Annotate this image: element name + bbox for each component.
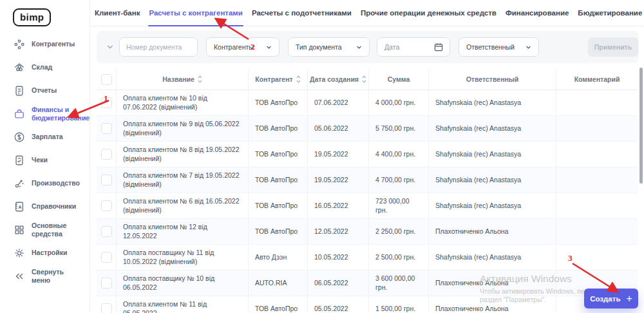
table-row[interactable]: Оплата клиентом № 8 від 19.05.2022 (відм… <box>97 142 638 167</box>
row-checkbox[interactable] <box>101 226 112 237</box>
table-row[interactable]: Оплата клиентом № 9 від 05.06.2022 (відм… <box>97 116 638 142</box>
column-header-contractor[interactable]: Контрагент <box>248 69 307 90</box>
sort-icon[interactable] <box>362 75 366 83</box>
row-checkbox[interactable] <box>101 278 112 289</box>
sidebar-item-label: Настройки <box>32 249 83 257</box>
table-row[interactable]: Оплата клиентом № 12 від 12.05.2022ТОВ А… <box>97 219 638 245</box>
document-number-input[interactable] <box>119 37 198 57</box>
cell-name: Оплата клиентом № 9 від 05.06.2022 (відм… <box>116 116 248 141</box>
cell-responsible: Shafynskaia (rec) Anastasya <box>428 116 556 141</box>
contractors-dropdown[interactable]: Контрагенты <box>206 37 279 57</box>
cell-amount: 2 500,00 грн. <box>368 245 428 270</box>
sidebar-item-salary[interactable]: Зарплата <box>13 129 90 145</box>
cell-text: 05.06.2022 <box>314 124 348 133</box>
sidebar-item-settings[interactable]: Настройки <box>13 245 90 261</box>
cell-creation-date: 19.05.2022 <box>307 167 368 193</box>
column-header-name[interactable]: Название <box>116 69 248 90</box>
column-header-label: Контрагент <box>255 75 292 83</box>
sidebar-item-label: Чеки <box>32 156 83 164</box>
cell-amount: 723 000,00 грн. <box>368 193 428 218</box>
document-type-dropdown[interactable]: Тип документа <box>288 37 370 57</box>
sidebar-item-directories[interactable]: AСправочники <box>13 198 90 214</box>
cell-creation-date: 07.06.2022 <box>307 90 368 115</box>
cell-text: Плахотниченко Альона <box>435 305 508 313</box>
report-icon <box>13 84 26 97</box>
row-checkbox[interactable] <box>101 97 112 108</box>
apply-filters-button[interactable]: Применить <box>588 37 638 57</box>
sidebar-item-checks[interactable]: Чеки <box>13 152 90 168</box>
sidebar-item-finance-budgeting[interactable]: Финансы и бюджетирование <box>13 106 90 122</box>
row-checkbox[interactable] <box>101 123 112 134</box>
production-icon <box>13 177 26 190</box>
receipt-icon <box>13 154 26 167</box>
table-row[interactable]: Оплата поставщику № 11 від 10.05.2022 (в… <box>97 245 638 270</box>
cell-text: 2 500,00 грн. <box>375 253 415 262</box>
column-header-amount: Сумма <box>368 69 428 90</box>
tab-accountable-settlements[interactable]: Расчеты с подотчетниками <box>247 0 356 26</box>
chevron-down-icon <box>355 43 363 52</box>
cell-name: Оплата клиентом № 8 від 19.05.2022 (відм… <box>116 142 248 167</box>
row-checkbox-cell <box>97 270 116 296</box>
responsible-dropdown[interactable]: Ответственный <box>459 37 539 57</box>
vertical-scrollbar[interactable] <box>639 68 643 184</box>
chevron-down-icon <box>265 43 273 52</box>
sidebar-item-label: Зарплата <box>32 133 83 141</box>
table-row[interactable]: Оплата клиентом № 6 від 16.05.2022 (відм… <box>97 193 638 219</box>
tab-budgeting[interactable]: Бюджетирование <box>573 0 644 26</box>
date-picker-field[interactable]: Дата <box>377 37 450 57</box>
column-header-creation-date[interactable]: Дата создания <box>307 69 368 90</box>
cell-name: Оплата поставщику № 11 від 10.05.2022 (в… <box>116 245 248 270</box>
responsible-dropdown-label: Ответственный <box>466 43 515 51</box>
sort-icon[interactable] <box>198 75 202 83</box>
row-checkbox[interactable] <box>101 252 112 263</box>
tab-contractor-settlements[interactable]: Расчеты с контрагентами <box>144 0 247 26</box>
row-checkbox-cell <box>97 296 116 313</box>
sidebar-item-collapse-menu[interactable]: Свернуть меню <box>13 268 90 284</box>
row-checkbox[interactable] <box>101 200 112 211</box>
cell-text: 4 000,00 грн. <box>375 99 415 108</box>
cell-responsible: Shafynskaia (rec) Anastasya <box>428 90 556 115</box>
cell-creation-date: 05.06.2022 <box>307 116 368 141</box>
cell-comment <box>556 219 638 244</box>
row-checkbox[interactable] <box>101 175 112 185</box>
cell-text: Shafynskaia (rec) Anastasya <box>435 150 521 159</box>
cell-name: Оплата клиентом № 10 від 07.06.2022 (від… <box>116 90 248 115</box>
row-checkbox-cell <box>97 167 116 193</box>
sort-icon[interactable] <box>296 75 301 83</box>
table-header-row: НазваниеКонтрагентДата созданияСуммаОтве… <box>97 69 638 90</box>
cell-responsible: Shafynskaia (rec) Anastasya <box>428 142 556 167</box>
cell-comment <box>556 90 638 115</box>
tab-cash-operations[interactable]: Прочие операции денежных средств <box>356 0 501 26</box>
cell-comment <box>556 116 638 141</box>
table-row[interactable]: Оплата клиентом № 7 від 19.05.2022 (відм… <box>97 167 638 193</box>
cell-amount: 2 250,00 грн. <box>368 219 428 244</box>
row-checkbox[interactable] <box>101 303 112 313</box>
sidebar-item-warehouse[interactable]: Склад <box>13 59 90 75</box>
create-button[interactable]: Создать + <box>584 289 638 308</box>
sidebar-item-label: Свернуть меню <box>32 268 83 284</box>
row-checkbox-cell <box>97 193 116 218</box>
cell-text: Оплата клиентом № 6 від 16.05.2022 (відм… <box>123 197 242 214</box>
tab-client-bank[interactable]: Клиент-банк <box>90 0 144 26</box>
documents-table: НазваниеКонтрагентДата созданияСуммаОтве… <box>97 69 638 313</box>
network-icon <box>13 38 26 51</box>
cell-amount: 4 400,00 грн. <box>368 142 428 167</box>
cell-text: Плахотниченко Альона <box>435 279 508 288</box>
svg-text:A: A <box>18 204 22 209</box>
cell-creation-date: 06.05.2022 <box>307 270 368 296</box>
table-row[interactable]: Оплата поставщику № 10 від 06.05.2022AUT… <box>97 270 638 296</box>
sidebar-nav: КонтрагентыСкладОтчетыФинансы и бюджетир… <box>0 26 90 284</box>
sidebar-item-reports[interactable]: Отчеты <box>13 82 90 99</box>
sidebar-item-fixed-assets[interactable]: Основные средства <box>13 222 90 238</box>
cell-text: 16.05.2022 <box>314 202 348 211</box>
sidebar-item-label: Основные средства <box>32 222 83 238</box>
cell-text: Оплата поставщику № 10 від 06.05.2022 <box>123 274 242 292</box>
tab-financing[interactable]: Финансирование <box>501 0 573 26</box>
table-row[interactable]: Оплата клиентом № 11 від 05.05.2022ТОВ А… <box>97 296 638 313</box>
table-row[interactable]: Оплата клиентом № 10 від 07.06.2022 (від… <box>97 90 638 116</box>
sidebar-item-production[interactable]: Производство <box>13 175 90 191</box>
row-checkbox[interactable] <box>101 149 112 160</box>
select-all-checkbox[interactable] <box>101 74 112 85</box>
sidebar-item-contractors[interactable]: Контрагенты <box>13 36 90 52</box>
filter-expand-chevron-icon[interactable] <box>105 42 115 52</box>
